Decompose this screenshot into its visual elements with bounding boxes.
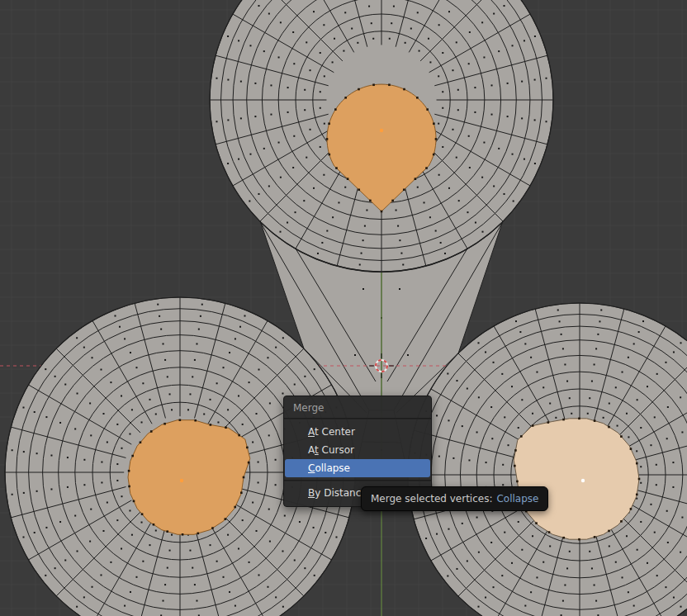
center-vertex-bottom-right[interactable] xyxy=(581,479,585,482)
menu-title: Merge xyxy=(284,396,431,418)
viewport-canvas[interactable] xyxy=(0,0,687,616)
center-vertex-bottom-left[interactable] xyxy=(180,479,183,482)
menu-item-collapse[interactable]: Collapse xyxy=(285,459,430,477)
tooltip: Merge selected vertices:Collapse xyxy=(361,486,548,511)
menu-item-at-center[interactable]: At Center xyxy=(284,423,431,441)
menu-separator xyxy=(284,480,431,481)
tooltip-text: Merge selected vertices: xyxy=(371,493,492,505)
menu-item-at-cursor[interactable]: At Cursor xyxy=(284,441,431,459)
blender-3d-viewport[interactable]: Merge At CenterAt CursorCollapseBy Dista… xyxy=(0,0,687,616)
tooltip-value: Collapse xyxy=(496,493,538,505)
center-vertex-top[interactable] xyxy=(380,129,383,132)
